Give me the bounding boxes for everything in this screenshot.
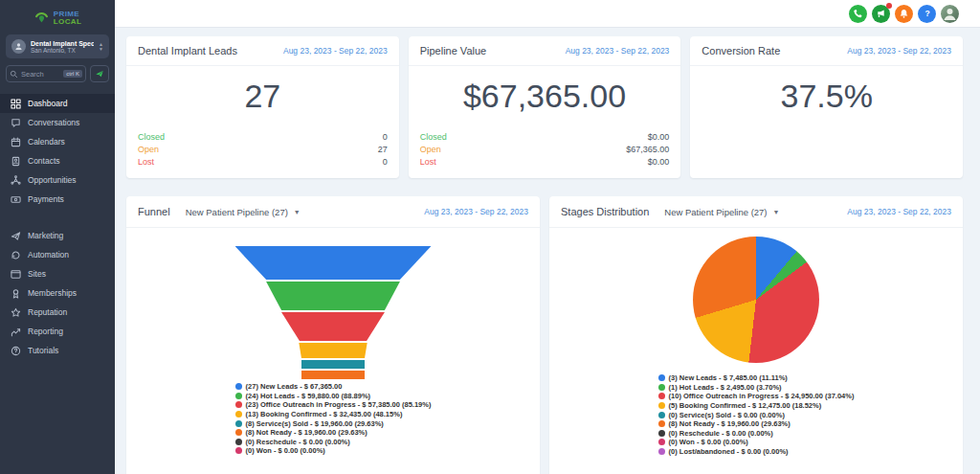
stages-distribution-card: Stages Distribution New Patient Pipeline… — [549, 196, 963, 474]
stat-card-rows: Closed0Open27Lost0 — [126, 131, 399, 178]
sidebar-item-reputation[interactable]: Reputation — [0, 303, 115, 322]
svg-text:?: ? — [924, 9, 929, 18]
funnel-segment-hot-leads — [235, 282, 432, 310]
legend-item: (0) Won - $ 0.00 (0.00%) — [235, 446, 432, 456]
stat-card-date-range[interactable]: Aug 23, 2023 - Sep 22, 2023 — [566, 46, 670, 56]
funnel-pipeline-selector[interactable]: New Patient Pipeline (27) ▼ — [186, 207, 301, 217]
automation-icon — [11, 250, 21, 260]
funnel-pipeline-selector-label: New Patient Pipeline (27) — [186, 207, 288, 217]
sidebar-nav-main: DashboardConversationsCalendarsContactsO… — [0, 94, 115, 209]
account-location: San Antonio, TX — [31, 47, 94, 54]
stat-card-date-range[interactable]: Aug 23, 2023 - Sep 22, 2023 — [847, 46, 951, 56]
stat-card-header: Dental Implant LeadsAug 23, 2023 - Sep 2… — [126, 36, 399, 66]
stat-row-label: Lost — [138, 156, 154, 169]
stat-row-value: 0 — [383, 156, 388, 169]
legend-label: (0) Won - $ 0.00 (0.00%) — [669, 438, 748, 446]
account-name: Dental Implant Speci... — [31, 40, 94, 47]
stat-card-date-range[interactable]: Aug 23, 2023 - Sep 22, 2023 — [283, 46, 388, 56]
legend-dot — [658, 384, 665, 391]
sidebar-item-label: Reputation — [28, 307, 67, 317]
legend-item: (10) Office Outreach in Progress - $ 24,… — [658, 392, 855, 401]
sidebar-item-memberships[interactable]: Memberships — [0, 283, 115, 303]
account-switcher[interactable]: Dental Implant Speci... San Antonio, TX … — [6, 34, 109, 58]
sidebar-item-dashboard[interactable]: Dashboard — [0, 94, 115, 113]
legend-item: (24) Hot Leads - $ 59,880.00 (88.89%) — [235, 392, 432, 401]
funnel-date-range[interactable]: Aug 23, 2023 - Sep 22, 2023 — [424, 207, 528, 216]
search-input[interactable] — [21, 70, 60, 79]
funnel-segment-service-s-sold — [235, 360, 432, 369]
stat-row-closed: Closed0 — [138, 131, 388, 144]
stat-row-closed: Closed$0.00 — [420, 131, 670, 144]
legend-dot — [658, 439, 665, 445]
stat-row-lost: Lost0 — [138, 156, 388, 169]
keyboard-shortcut-badge: ctrl K — [63, 70, 82, 78]
main-area: ? Dental Implant LeadsAug 23, 2023 - Sep… — [115, 0, 980, 474]
sidebar-item-tutorials[interactable]: Tutorials — [0, 341, 115, 360]
stages-date-range[interactable]: Aug 23, 2023 - Sep 22, 2023 — [847, 207, 951, 216]
tutorials-icon — [11, 346, 21, 356]
search-icon — [10, 70, 18, 79]
sites-icon — [11, 269, 21, 280]
stat-row-value: 27 — [378, 144, 388, 156]
stat-row-open: Open27 — [138, 144, 388, 156]
help-icon[interactable]: ? — [918, 5, 936, 23]
stat-card-title: Dental Implant Leads — [138, 45, 237, 56]
user-avatar[interactable] — [941, 5, 959, 23]
legend-dot — [235, 429, 242, 436]
sidebar-item-label: Dashboard — [28, 99, 68, 108]
bell-icon[interactable] — [895, 5, 913, 23]
sidebar-item-payments[interactable]: Payments — [0, 190, 115, 209]
stat-row-value: $67,365.00 — [626, 144, 669, 156]
sidebar-item-calendars[interactable]: Calendars — [0, 132, 115, 151]
phone-icon[interactable] — [849, 5, 867, 23]
stat-card-pipeline-value: Pipeline ValueAug 23, 2023 - Sep 22, 202… — [409, 36, 681, 178]
content-area: Dental Implant LeadsAug 23, 2023 - Sep 2… — [115, 28, 980, 474]
legend-item: (0) Service(s) Sold - $ 0.00 (0.00%) — [658, 410, 855, 419]
funnel-card-header: Funnel New Patient Pipeline (27) ▼ Aug 2… — [126, 196, 540, 228]
conversations-icon — [11, 118, 21, 128]
legend-item: (8) Not Ready - $ 19,960.00 (29.63%) — [235, 428, 432, 438]
stat-card-value: 37.5% — [690, 78, 963, 115]
funnel-chart — [235, 246, 432, 379]
sidebar: PRIME LOCAL Dental Implant Speci... San … — [0, 0, 115, 474]
legend-label: (27) New Leads - $ 67,365.00 — [246, 382, 343, 391]
sidebar-item-conversations[interactable]: Conversations — [0, 113, 115, 132]
sidebar-item-opportunities[interactable]: Opportunities — [0, 170, 115, 190]
sidebar-item-label: Reporting — [28, 327, 63, 336]
funnel-segment-office-outreach-in-progress — [235, 312, 432, 341]
funnel-segment-not-ready — [235, 371, 432, 379]
sidebar-item-reporting[interactable]: Reporting — [0, 322, 115, 341]
stat-card-dental-implant-leads: Dental Implant LeadsAug 23, 2023 - Sep 2… — [126, 36, 399, 178]
sidebar-item-contacts[interactable]: Contacts — [0, 151, 115, 170]
chevron-down-icon: ▼ — [773, 209, 780, 215]
stages-card-header: Stages Distribution New Patient Pipeline… — [549, 196, 963, 228]
legend-dot — [658, 420, 665, 427]
megaphone-icon[interactable] — [872, 5, 890, 23]
stages-pipeline-selector[interactable]: New Patient Pipeline (27) ▼ — [664, 207, 779, 217]
stat-row-value: $0.00 — [648, 131, 670, 144]
brand-line-2: LOCAL — [54, 17, 82, 26]
sidebar-item-label: Marketing — [28, 231, 63, 240]
sidebar-item-label: Memberships — [28, 288, 77, 298]
pie-legend: (3) New Leads - $ 7,485.00 (11.11%)(1) H… — [658, 373, 855, 456]
legend-dot — [235, 447, 242, 454]
memberships-icon — [11, 288, 21, 299]
location-pin-icon — [33, 10, 50, 26]
sidebar-item-automation[interactable]: Automation — [0, 245, 115, 264]
opportunities-icon — [11, 175, 21, 186]
reputation-icon — [11, 307, 21, 318]
sidebar-item-label: Sites — [28, 269, 46, 279]
sidebar-item-label: Conversations — [28, 118, 79, 127]
legend-item: (0) Lost/abandoned - $ 0.00 (0.00%) — [658, 447, 855, 457]
quick-action-button[interactable] — [90, 65, 109, 82]
sidebar-item-marketing[interactable]: Marketing — [0, 226, 115, 245]
stat-card-title: Conversion Rate — [702, 45, 780, 56]
sidebar-item-label: Contacts — [28, 156, 60, 166]
stat-row-lost: Lost$0.00 — [420, 156, 670, 169]
search-box[interactable]: ctrl K — [6, 65, 86, 82]
legend-dot — [658, 412, 665, 418]
sidebar-item-sites[interactable]: Sites — [0, 264, 115, 283]
legend-item: (23) Office Outreach in Progress - $ 57,… — [235, 400, 432, 410]
stat-row-value: 0 — [383, 131, 388, 144]
legend-dot — [658, 430, 665, 437]
